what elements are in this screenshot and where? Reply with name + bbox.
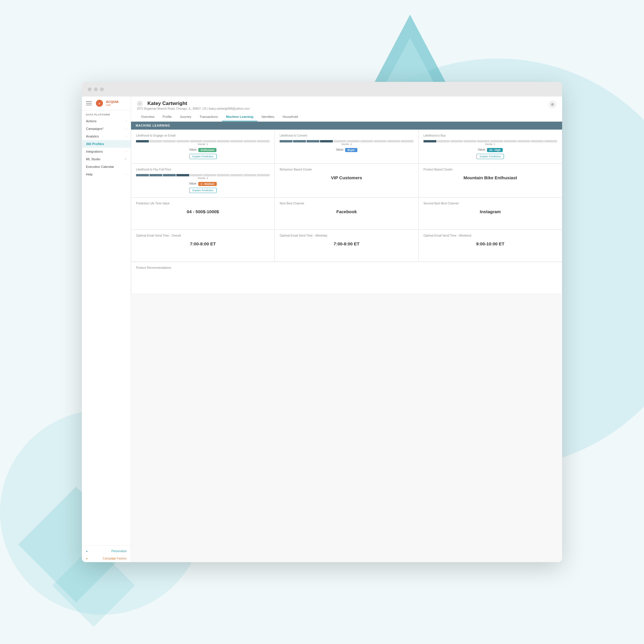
seg-1-8 (374, 140, 387, 142)
chevron-icon-help: › (126, 173, 127, 176)
explain-btn-2[interactable]: Explain Prediction (476, 154, 504, 159)
seg-1-6 (347, 140, 360, 142)
seg-0-6 (203, 140, 216, 142)
dot-icon-campaignfactory: ● (86, 557, 87, 560)
back-button[interactable]: ‹ (137, 101, 143, 106)
profile-top-row: ‹ Katey Cartwright 2072 Bogaman Branch R… (137, 101, 556, 110)
ml-card-content-3: Decile: 4 Value: 4 - Medium Explain Pred… (136, 174, 270, 193)
ml-card-second-next-best-channel: Second Next Best Channel Instagram (419, 197, 562, 230)
progress-bar-1 (280, 140, 413, 142)
ml-card-content-2: Decile: 1 Value: 10 - High Explain Predi… (423, 140, 557, 159)
seg-1-3 (306, 140, 319, 142)
seg-0-3 (163, 140, 176, 142)
ml-card-predictive-ltv: Predictive Life Time Value 04 - 500$-100… (131, 197, 275, 230)
seg-2-10 (544, 140, 557, 142)
ml-grid: Likelihood to Engage on Email (131, 130, 562, 262)
sidebar-item-label-personalize: Personalize (111, 550, 127, 553)
sidebar-item-campaignfactory[interactable]: ● Campaign Factory (82, 555, 131, 562)
browser-dot-yellow (94, 87, 98, 91)
value-label-1: Value: (336, 148, 344, 151)
tab-overview[interactable]: Overview (137, 113, 159, 121)
seg-1-4 (320, 140, 333, 142)
value-badge-3: 4 - Medium (198, 182, 217, 186)
ml-card-value-7: Facebook (280, 209, 413, 214)
value-badge-2: 10 - High (487, 148, 503, 152)
value-badge-1: Buyer (345, 148, 357, 152)
ml-card-title-7: Next Best Channel (280, 202, 413, 205)
value-badge-0: Enthusiast (198, 148, 216, 152)
ml-card-product-recommendations: Product Recommendations (131, 262, 562, 294)
ml-card-title-4: Behaviour Based Cluster (280, 168, 413, 171)
sidebar-section-label: Data Platform (82, 110, 131, 117)
svg-text:A: A (99, 102, 100, 105)
sidebar-item-execution[interactable]: Execution Calendar (82, 163, 131, 171)
sidebar-item-campaigns[interactable]: Campaigns* › (82, 125, 131, 132)
ml-card-likelihood-pay-full: Likelihood to Pay Full Price (131, 163, 275, 197)
seg-2-6 (490, 140, 503, 142)
ml-card-value-11: 9:00-10:00 ET (423, 241, 557, 246)
seg-3-7 (217, 174, 230, 176)
sidebar-item-label-360profiles: 360 Profiles (86, 142, 104, 146)
tab-household[interactable]: Household (278, 113, 302, 121)
sidebar-item-label-execution: Execution Calendar (86, 165, 114, 168)
profile-info: ‹ Katey Cartwright 2072 Bogaman Branch R… (137, 101, 250, 110)
ml-card-title-5: Product Based Cluster (423, 168, 557, 171)
chevron-icon-actions: › (126, 120, 127, 123)
ml-card-value-6: 04 - 500$-1000$ (136, 209, 270, 214)
tab-transactions[interactable]: Transactions (195, 113, 222, 121)
seg-3-5 (190, 174, 203, 176)
chevron-icon-integrations: › (126, 150, 127, 153)
sidebar-item-360profiles[interactable]: 360 Profiles (82, 140, 131, 148)
tab-machinelearning[interactable]: Machine Learning (222, 113, 258, 121)
sidebar-item-mlstudio[interactable]: ML Studio ↗ (82, 155, 131, 163)
profile-header: ‹ Katey Cartwright 2072 Bogaman Branch R… (131, 97, 562, 122)
browser-dots (88, 87, 104, 91)
seg-0-4 (176, 140, 189, 142)
ml-card-value-10: 7:00-8:00 ET (280, 241, 413, 246)
explain-btn-0[interactable]: Explain Prediction (189, 154, 217, 159)
seg-2-3 (450, 140, 463, 142)
sidebar-item-label-actions: Actions (86, 119, 97, 123)
decile-label-1: Decile: 4 (341, 143, 352, 146)
sidebar-item-analytics[interactable]: Analytics › (82, 132, 131, 140)
dot-icon-personalize: ● (86, 550, 87, 553)
value-row-1: Value: Buyer (336, 147, 357, 152)
sidebar-logo: A ACQUIA CDP (95, 99, 118, 107)
seg-3-3 (163, 174, 176, 176)
profile-name: Katey Cartwright (147, 101, 187, 106)
ml-section-header: MACHINE LEARNING (131, 122, 562, 130)
progress-bar-2 (423, 140, 557, 142)
tab-journey[interactable]: Journey (176, 113, 195, 121)
ml-card-title-1: Likelihood to Convert (280, 134, 413, 137)
explain-btn-3[interactable]: Explain Prediction (189, 188, 217, 193)
tab-profile[interactable]: Profile (159, 113, 176, 121)
seg-2-8 (517, 140, 530, 142)
seg-3-10 (257, 174, 270, 176)
sidebar-item-label-help: Help (86, 173, 93, 176)
sidebar-item-actions[interactable]: Actions › (82, 117, 131, 125)
seg-3-6 (203, 174, 216, 176)
decile-label-3: Decile: 4 (198, 177, 208, 180)
app-content: A ACQUIA CDP Data Platform Actions › Cam… (82, 97, 562, 562)
seg-2-5 (477, 140, 490, 142)
tab-identities[interactable]: Identities (257, 113, 278, 121)
ml-card-behaviour-cluster: Behaviour Based Cluster VIP Customers (275, 163, 418, 197)
ml-card-title-6: Predictive Life Time Value (136, 202, 270, 205)
acquia-logo-icon: A (95, 99, 104, 107)
sidebar-item-help[interactable]: Help › (82, 171, 131, 178)
profile-address: 2072 Bogaman Branch Road, Chicago, IL, 6… (137, 107, 250, 110)
sidebar-item-integrations[interactable]: Integrations › (82, 148, 131, 155)
ml-card-title-9: Optimal Email Send Time - Overall (136, 234, 270, 237)
seg-1-2 (293, 140, 306, 142)
ml-card-title-11: Optimal Email Send Time - Weekend (423, 234, 557, 237)
profile-settings-button[interactable]: ⚙ (549, 101, 556, 108)
seg-0-8 (230, 140, 243, 142)
ml-card-title-10: Optimal Email Send Time - Weekday (280, 234, 413, 237)
ml-card-title-3: Likelihood to Pay Full Price (136, 168, 270, 171)
sidebar-item-personalize[interactable]: ● Personalize (82, 547, 131, 555)
nav-toggle-button[interactable] (85, 100, 93, 106)
ml-card-content-1: Decile: 4 Value: Buyer (280, 140, 413, 152)
seg-0-7 (217, 140, 230, 142)
progress-bar-3 (136, 174, 270, 176)
logo-sub: CDP (106, 104, 118, 106)
